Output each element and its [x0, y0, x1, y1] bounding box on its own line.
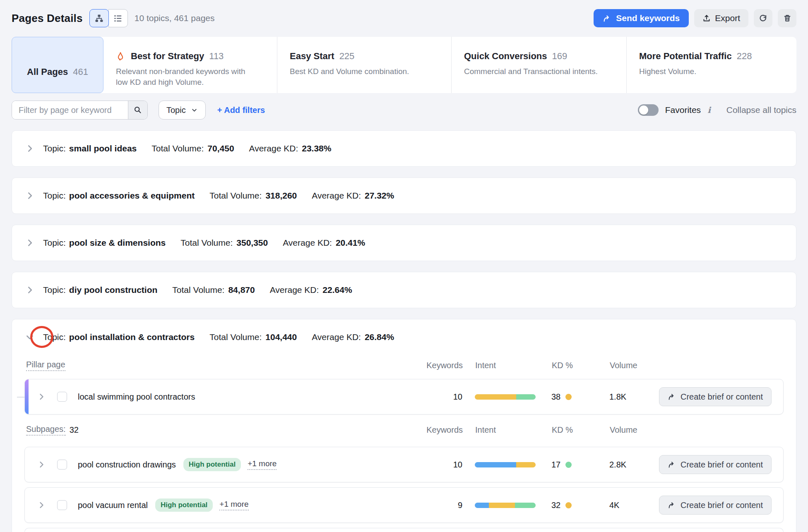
- average-kd-label: Average KD:: [312, 191, 361, 201]
- volume-value: 2.8K: [609, 460, 647, 470]
- refresh-icon: [759, 14, 767, 23]
- table-row[interactable]: [24, 528, 784, 532]
- topic-row[interactable]: Topic: diy pool construction Total Volum…: [12, 272, 796, 308]
- refresh-button[interactable]: [754, 9, 772, 27]
- tab-easy-start[interactable]: Easy Start 225 Best KD and Volume combin…: [277, 37, 452, 93]
- kd-value: 17: [551, 460, 560, 470]
- volume-value: 4K: [609, 501, 647, 510]
- search-input[interactable]: [12, 101, 128, 119]
- kd-status-dot: [565, 502, 572, 508]
- create-brief-label: Create brief or content: [681, 460, 763, 470]
- table-row[interactable]: pool vacuum rental High potential +1 mor…: [24, 487, 784, 523]
- pillar-header-row: Pillar page Keywords Intent KD % Volume: [24, 355, 784, 376]
- info-icon[interactable]: i: [707, 105, 711, 115]
- favorites-label: Favorites: [665, 105, 701, 115]
- column-intent: Intent: [475, 361, 539, 370]
- delete-button[interactable]: [778, 9, 796, 27]
- favorites-toggle[interactable]: [638, 104, 659, 116]
- table-row[interactable]: pool construction drawings High potentia…: [24, 447, 784, 482]
- chevron-right-icon[interactable]: [37, 501, 46, 509]
- pillar-accent-bar: [25, 379, 29, 414]
- chevron-down-icon: [191, 107, 198, 114]
- create-brief-button[interactable]: Create brief or content: [659, 496, 772, 515]
- topic-row[interactable]: Topic: small pool ideas Total Volume: 70…: [12, 130, 796, 167]
- volume-value: 1.8K: [609, 392, 647, 402]
- chevron-right-icon[interactable]: [37, 393, 46, 401]
- send-arrow-icon: [668, 501, 676, 509]
- send-arrow-icon: [603, 14, 611, 23]
- tab-quick-conversions[interactable]: Quick Conversions 169 Commercial and Tra…: [452, 37, 627, 93]
- more-badges-link[interactable]: +1 more: [248, 459, 277, 470]
- collapse-all-topics-button[interactable]: Collapse all topics: [726, 105, 796, 115]
- topic-name: pool accessories & equipment: [69, 191, 195, 201]
- chevron-right-icon[interactable]: [37, 460, 46, 469]
- total-volume-value: 350,350: [236, 238, 268, 248]
- page-name: local swimming pool contractors: [78, 392, 195, 402]
- total-volume-value: 70,450: [207, 144, 234, 153]
- total-volume-value: 318,260: [265, 191, 297, 201]
- row-checkbox[interactable]: [57, 392, 67, 402]
- page-name: pool construction drawings: [78, 460, 176, 470]
- tab-all-pages[interactable]: All Pages 461: [12, 37, 103, 93]
- column-kd: KD %: [552, 425, 597, 435]
- topic-name: diy pool construction: [69, 285, 158, 295]
- top-bar-actions: Send keywords Export: [594, 9, 796, 27]
- topic-row[interactable]: Topic: pool size & dimensions Total Volu…: [12, 225, 796, 261]
- send-keywords-label: Send keywords: [616, 13, 680, 23]
- tab-more-potential-traffic[interactable]: More Potential Traffic 228 Highest Volum…: [627, 37, 796, 93]
- chevron-right-icon[interactable]: [25, 144, 34, 153]
- topic-name: small pool ideas: [69, 144, 137, 153]
- pillar-page-label[interactable]: Pillar page: [26, 360, 65, 371]
- row-checkbox[interactable]: [57, 460, 67, 470]
- kd-value: 38: [551, 392, 560, 402]
- export-button[interactable]: Export: [694, 9, 748, 27]
- average-kd-value: 22.64%: [322, 285, 352, 295]
- topic-row[interactable]: Topic: pool accessories & equipment Tota…: [12, 177, 796, 214]
- tree-connector: [17, 397, 25, 398]
- chevron-right-icon[interactable]: [25, 238, 34, 247]
- send-arrow-icon: [668, 393, 676, 401]
- tab-count: 228: [737, 51, 752, 62]
- tab-best-for-strategy[interactable]: Best for Strategy 113 Relevant non-brand…: [103, 37, 277, 93]
- toggle-knob: [639, 105, 648, 115]
- more-badges-link[interactable]: +1 more: [219, 500, 248, 510]
- topic-label: Topic:: [43, 238, 66, 248]
- tab-label: Easy Start: [290, 51, 334, 62]
- topic-filter-dropdown[interactable]: Topic: [159, 101, 206, 120]
- subpages-label[interactable]: Subpages:: [26, 424, 66, 436]
- column-intent: Intent: [475, 425, 539, 435]
- chevron-right-icon[interactable]: [25, 285, 34, 295]
- send-arrow-icon: [668, 460, 676, 469]
- subpages-header-row: Subpages: 32 Keywords Intent KD % Volume: [24, 418, 784, 442]
- intent-bar: [475, 462, 536, 467]
- search-button[interactable]: [128, 101, 147, 119]
- total-volume-value: 84,870: [228, 285, 255, 295]
- tab-description: Relevant non-branded keywords with low K…: [116, 66, 255, 87]
- row-checkbox[interactable]: [57, 500, 67, 510]
- table-row-pillar[interactable]: local swimming pool contractors 10 38 1.…: [24, 379, 784, 415]
- keywords-count: 9: [425, 501, 462, 510]
- tab-count: 225: [339, 51, 355, 62]
- page-title: Pages Details: [12, 12, 83, 25]
- tab-label: All Pages: [27, 67, 68, 77]
- create-brief-button[interactable]: Create brief or content: [659, 455, 772, 474]
- flame-icon: [116, 52, 125, 61]
- kd-value: 32: [551, 501, 560, 510]
- add-filters-button[interactable]: + Add filters: [217, 105, 265, 115]
- chevron-right-icon[interactable]: [25, 191, 34, 200]
- list-view-button[interactable]: [108, 9, 128, 27]
- page-name: pool vacuum rental: [78, 501, 148, 510]
- tree-view-button[interactable]: [89, 9, 109, 27]
- pages-table: Pillar page Keywords Intent KD % Volume …: [12, 355, 796, 532]
- send-keywords-button[interactable]: Send keywords: [594, 9, 689, 27]
- chevron-down-icon[interactable]: [25, 333, 34, 342]
- top-bar-left: Pages Details: [12, 9, 215, 27]
- create-brief-button[interactable]: Create brief or content: [659, 387, 772, 406]
- kd-status-dot: [565, 394, 572, 400]
- keywords-count: 10: [425, 392, 462, 402]
- topic-label: Topic:: [43, 191, 66, 201]
- topic-header[interactable]: Topic: pool installation & contractors T…: [12, 319, 796, 355]
- tab-description: Highest Volume.: [639, 66, 778, 77]
- total-volume-label: Total Volume:: [180, 238, 233, 248]
- tab-count: 461: [73, 67, 88, 77]
